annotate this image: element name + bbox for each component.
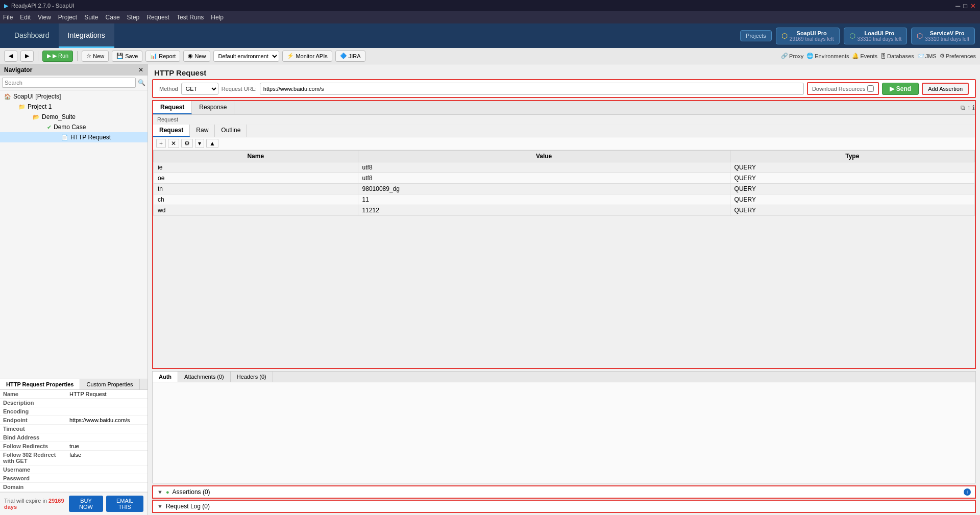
tab-integrations[interactable]: Integrations bbox=[59, 23, 114, 48]
prop-row-description: Description bbox=[0, 399, 148, 407]
proxy-btn[interactable]: 🔗 Proxy bbox=[781, 53, 803, 59]
assertions-toggle[interactable]: ▼ bbox=[157, 489, 163, 495]
search-input[interactable] bbox=[2, 78, 136, 88]
tree-item-soapui[interactable]: 🏠 SoapUI [Projects] bbox=[0, 91, 148, 102]
method-select[interactable]: GET POST PUT DELETE bbox=[181, 83, 218, 95]
events-btn[interactable]: 🔔 Events bbox=[852, 53, 877, 59]
loadui-name: LoadUI Pro bbox=[857, 30, 902, 36]
inner-tab-outline[interactable]: Outline bbox=[215, 125, 247, 137]
menu-project[interactable]: Project bbox=[58, 14, 77, 21]
menu-file[interactable]: File bbox=[3, 14, 13, 21]
maximize-btn[interactable]: □ bbox=[963, 2, 967, 10]
databases-btn[interactable]: 🗄 Databases bbox=[880, 53, 914, 59]
remove-param-btn[interactable]: ✕ bbox=[168, 139, 179, 148]
menu-step[interactable]: Step bbox=[127, 14, 140, 21]
email-this-btn[interactable]: EMAIL THIS bbox=[106, 496, 143, 512]
download-resources-checkbox[interactable] bbox=[867, 85, 874, 92]
close-btn[interactable]: ✕ bbox=[970, 2, 976, 10]
inner-tab-raw[interactable]: Raw bbox=[190, 125, 215, 137]
env-select[interactable]: Default environment bbox=[213, 51, 279, 62]
send-btn[interactable]: ▶ Send bbox=[882, 83, 919, 95]
proxy-icon: 🔗 bbox=[781, 53, 788, 59]
move-up-btn[interactable]: ▲ bbox=[206, 139, 218, 148]
loadui-product-info: LoadUI Pro 33310 trial days left bbox=[857, 30, 902, 42]
nav-close-btn[interactable]: ✕ bbox=[138, 66, 143, 73]
save-btn[interactable]: 💾 Save bbox=[112, 51, 142, 62]
assertions-label: Assertions (0) bbox=[173, 488, 210, 496]
tree-item-demo-case[interactable]: ✔ Demo Case bbox=[0, 122, 148, 132]
preferences-btn[interactable]: ⚙ Preferences bbox=[940, 53, 976, 59]
minimize-btn[interactable]: ─ bbox=[955, 2, 960, 10]
soapui-name: SoapUI Pro bbox=[790, 30, 834, 36]
config-param-btn[interactable]: ⚙ bbox=[181, 139, 193, 148]
report-icon: 📊 bbox=[150, 53, 157, 59]
menu-test-runs[interactable]: Test Runs bbox=[177, 14, 204, 21]
loadui-pro-btn[interactable]: ⬡ LoadUI Pro 33310 trial days left bbox=[844, 28, 908, 44]
prop-tab-custom[interactable]: Custom Properties bbox=[80, 379, 139, 389]
buy-now-btn[interactable]: BUY NOW bbox=[69, 496, 103, 512]
detach-btn[interactable]: ⧉ bbox=[961, 104, 965, 111]
tab-request[interactable]: Request bbox=[153, 101, 192, 114]
dropdown-param-btn[interactable]: ▾ bbox=[195, 139, 204, 148]
param-row: wd11212QUERY bbox=[154, 205, 975, 216]
toolbar-sep-2 bbox=[77, 51, 78, 61]
params-table-container[interactable]: Name Value Type ieutf8QUERYoeutf8QUERYtn… bbox=[153, 150, 975, 368]
prop-key-follow302: Follow 302 Redirect with GET bbox=[0, 451, 66, 465]
menu-view[interactable]: View bbox=[38, 14, 51, 21]
prop-key-password: Password bbox=[0, 474, 66, 483]
new2-btn[interactable]: ◉ New bbox=[183, 51, 210, 62]
bottom-tab-headers[interactable]: Headers (0) bbox=[231, 372, 273, 382]
soapui-pro-btn[interactable]: ⬡ SoapUI Pro 29169 trial days left bbox=[776, 28, 840, 44]
jms-btn[interactable]: 📨 JMS bbox=[917, 53, 937, 59]
back-btn[interactable]: ◀ bbox=[4, 51, 17, 62]
tab-dashboard[interactable]: Dashboard bbox=[5, 23, 59, 48]
prop-val-name: HTTP Request bbox=[66, 390, 148, 399]
inner-tab-request[interactable]: Request bbox=[153, 125, 190, 137]
tree-item-project1[interactable]: 📁 Project 1 bbox=[0, 102, 148, 112]
http-request-icon: 📄 bbox=[61, 134, 68, 141]
request-log-toggle[interactable]: ▼ bbox=[157, 503, 163, 509]
monitor-apis-btn[interactable]: ⚡ Monitor APIs bbox=[282, 51, 332, 62]
tree-item-http-request[interactable]: 📄 HTTP Request bbox=[0, 132, 148, 142]
new-btn[interactable]: ☆ New bbox=[82, 51, 109, 62]
run-icon: ▶ bbox=[47, 53, 51, 59]
bottom-tab-auth[interactable]: Auth bbox=[153, 372, 178, 382]
param-cell-value: utf8 bbox=[358, 162, 730, 173]
assertions-info-icon[interactable]: i bbox=[964, 488, 971, 496]
loadui-trial: 33310 trial days left bbox=[857, 36, 902, 42]
menu-request[interactable]: Request bbox=[146, 14, 169, 21]
maximize-content-btn[interactable]: ↑ bbox=[967, 104, 970, 111]
jira-btn[interactable]: 🔷 JIRA bbox=[335, 51, 365, 62]
add-assertion-btn[interactable]: Add Assertion bbox=[922, 83, 969, 95]
add-param-btn[interactable]: + bbox=[156, 139, 166, 148]
req-resp-tabs: Request Response ⧉ ↑ ℹ bbox=[153, 101, 975, 115]
tree-item-demo-suite[interactable]: 📂 Demo_Suite bbox=[0, 112, 148, 122]
run-btn[interactable]: ▶ ▶ Run bbox=[42, 51, 73, 62]
servicev-pro-btn[interactable]: ⬡ ServiceV Pro 33310 trial days left bbox=[911, 28, 975, 44]
prop-scroll[interactable]: Name HTTP Request Description Encoding bbox=[0, 390, 148, 492]
prop-val-bind bbox=[66, 433, 148, 442]
menu-edit[interactable]: Edit bbox=[20, 14, 31, 21]
prop-val-password bbox=[66, 474, 148, 483]
prop-key-username: Username bbox=[0, 465, 66, 474]
request-section-label: Request bbox=[153, 115, 975, 125]
prop-tab-http[interactable]: HTTP Request Properties bbox=[0, 379, 80, 389]
preferences-label: Preferences bbox=[946, 53, 976, 59]
jms-icon: 📨 bbox=[917, 53, 924, 59]
environments-btn[interactable]: 🌐 Environments bbox=[806, 53, 849, 59]
title-bar-controls[interactable]: ─ □ ✕ bbox=[955, 2, 976, 10]
report-btn[interactable]: 📊 Report bbox=[145, 51, 180, 62]
menu-help[interactable]: Help bbox=[211, 14, 224, 21]
projects-btn[interactable]: Projects bbox=[740, 30, 772, 41]
jms-label: JMS bbox=[925, 53, 937, 59]
info-content-btn[interactable]: ℹ bbox=[972, 104, 975, 111]
bottom-tabs: Auth Attachments (0) Headers (0) bbox=[153, 372, 975, 382]
forward-btn[interactable]: ▶ bbox=[20, 51, 34, 62]
tab-response[interactable]: Response bbox=[192, 101, 234, 114]
url-input[interactable] bbox=[260, 83, 804, 95]
menu-suite[interactable]: Suite bbox=[84, 14, 98, 21]
param-cell-name: oe bbox=[154, 173, 358, 184]
bottom-tab-attachments[interactable]: Attachments (0) bbox=[178, 372, 231, 382]
menu-case[interactable]: Case bbox=[106, 14, 120, 21]
prop-val-follow: true bbox=[66, 442, 148, 451]
